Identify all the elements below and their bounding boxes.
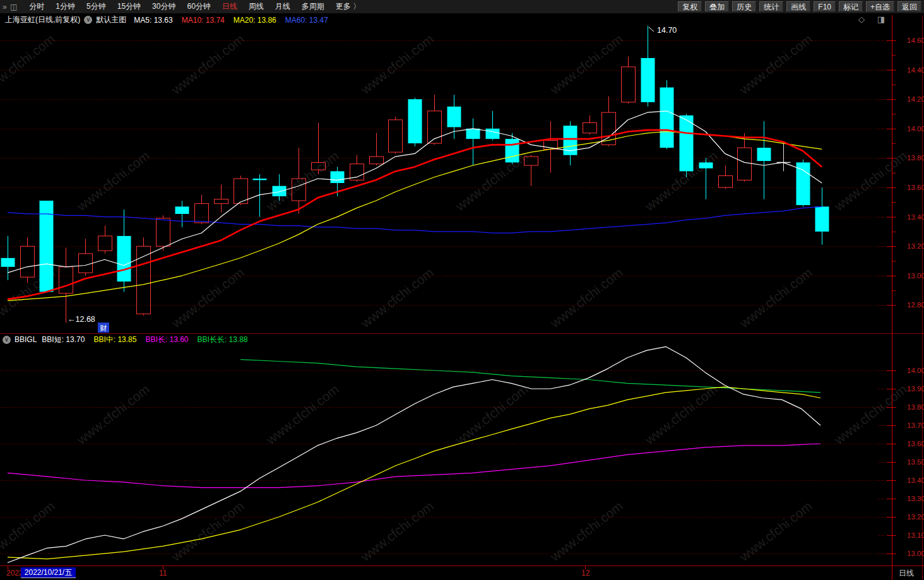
chart-canvas[interactable]: 14.6014.4014.2014.0013.8013.6013.4013.20… — [0, 0, 924, 580]
axis-price-label: 13.90 — [907, 385, 924, 393]
candle — [331, 171, 345, 183]
annotation-low-price: ←12.68 — [68, 315, 95, 324]
axis-price-label: 13.40 — [907, 476, 924, 484]
axis-price-label: 14.20 — [907, 95, 924, 103]
axis-price-label: 13.20 — [907, 242, 924, 250]
candle — [215, 199, 228, 204]
axis-price-label: 14.60 — [907, 37, 924, 44]
selected-date-box: 2022/10/21/五 — [21, 567, 76, 578]
candle — [195, 204, 209, 223]
axis-price-label: 14.00 — [907, 367, 924, 374]
period-indicator: 日线 — [899, 568, 914, 579]
axis-price-label: 14.40 — [907, 66, 924, 74]
candle — [680, 115, 694, 172]
indicator-value-label: BBI长: 13.60 — [145, 335, 188, 344]
axis-price-label: 14.00 — [907, 125, 924, 133]
indicator-line-BBI中 — [8, 387, 820, 559]
axis-price-label: 13.40 — [907, 213, 924, 221]
candle — [253, 179, 267, 180]
axis-price-label: 13.80 — [907, 403, 924, 411]
candle — [815, 206, 829, 232]
axis-price-label: 12.80 — [907, 301, 924, 309]
candle — [583, 122, 597, 133]
candle — [757, 148, 771, 161]
candle — [59, 267, 73, 293]
candle — [466, 129, 480, 139]
candle — [389, 120, 403, 152]
chevron-down-icon[interactable]: ∨ — [3, 336, 11, 344]
candle — [506, 139, 519, 162]
candle — [273, 186, 287, 196]
indicator-value-label: BBI长长: 13.88 — [198, 335, 248, 344]
candle — [157, 218, 170, 246]
candle — [98, 236, 112, 251]
candle — [79, 254, 93, 273]
indicator-value-label: BBI中: 13.85 — [93, 335, 136, 344]
candle — [699, 162, 713, 168]
candle — [486, 129, 500, 139]
indicator-value-label: BBI短: 13.70 — [42, 335, 85, 344]
indicator-name[interactable]: BBIGL — [15, 335, 37, 344]
indicator-header: ∨ BBIGL BBI短: 13.70BBI中: 13.85BBI长: 13.6… — [0, 334, 890, 345]
candle — [292, 179, 306, 201]
annotation-line — [649, 27, 654, 32]
indicator-values: BBI短: 13.70BBI中: 13.85BBI长: 13.60BBI长长: … — [42, 334, 256, 345]
candle — [719, 175, 733, 187]
candle — [738, 148, 752, 180]
candle — [408, 99, 422, 143]
axis-year-label: 2022 — [6, 569, 21, 577]
annotation-high-price: 14.70 — [657, 26, 677, 35]
axis-price-label: 13.00 — [907, 272, 924, 280]
candle — [117, 236, 131, 281]
axis-price-label: 13.80 — [907, 154, 924, 162]
axis-price-label: 13.60 — [907, 184, 924, 191]
candle — [312, 162, 326, 170]
candle — [1, 258, 15, 267]
axis-price-label: 13.70 — [907, 422, 924, 429]
candle — [447, 107, 461, 127]
indicator-line-BBI长 — [8, 444, 820, 488]
axis-month-label: 12 — [581, 569, 589, 577]
axis-price-label: 13.50 — [907, 458, 924, 466]
axis-price-label: 13.00 — [907, 550, 924, 557]
candle — [370, 157, 384, 164]
candle — [660, 88, 674, 148]
candle — [21, 246, 35, 277]
candle — [622, 67, 636, 102]
candle — [797, 162, 810, 205]
date-axis: 2022 2022/10/21/五 1112 日线 — [0, 566, 924, 580]
news-badge: 财 — [100, 324, 107, 332]
candle — [175, 206, 189, 214]
trading-app-window: » ◫ 分时1分钟5分钟15分钟30分钟60分钟日线周线月线多周期更多 〉 复权… — [0, 0, 924, 580]
candle — [524, 157, 538, 165]
candle — [641, 58, 655, 102]
axis-price-label: 13.10 — [907, 531, 924, 539]
axis-price-label: 13.30 — [907, 495, 924, 502]
indicator-line-BBI短 — [8, 346, 820, 562]
axis-price-label: 13.60 — [907, 440, 924, 447]
axis-month-label: 11 — [159, 569, 167, 577]
axis-price-label: 13.20 — [907, 513, 924, 521]
ma-line-MA60 — [8, 206, 822, 233]
